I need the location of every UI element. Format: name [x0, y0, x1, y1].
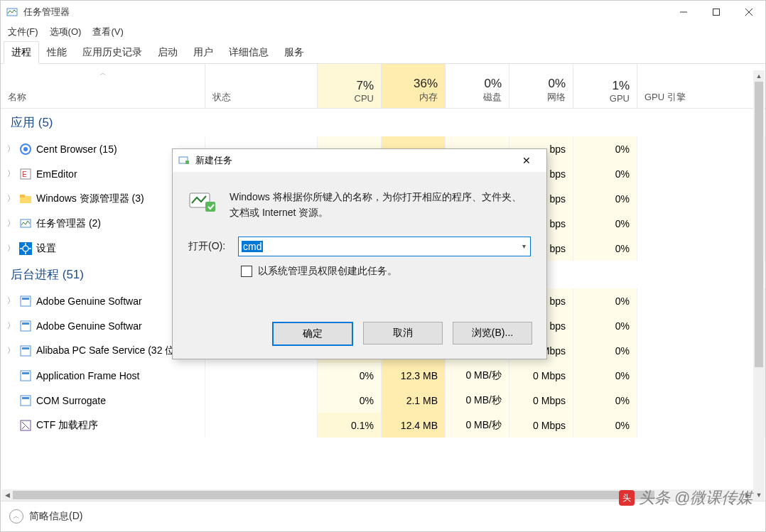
- col-disk[interactable]: 0%磁盘: [446, 64, 509, 108]
- col-memory[interactable]: 36%内存: [382, 64, 446, 108]
- col-cpu[interactable]: 7%CPU: [318, 64, 382, 108]
- expand-icon[interactable]: 〉: [6, 345, 15, 356]
- run-dialog-icon: [178, 155, 190, 166]
- minimize-button[interactable]: [667, 1, 700, 23]
- cancel-button[interactable]: 取消: [363, 322, 443, 344]
- menu-file[interactable]: 文件(F): [6, 24, 40, 40]
- cell-gpu: 0%: [573, 413, 637, 438]
- footer-label[interactable]: 简略信息(D): [29, 510, 82, 523]
- dialog-titlebar: 新建任务 ✕: [173, 149, 546, 172]
- process-icon: [19, 320, 32, 332]
- tab-app-history[interactable]: 应用历史记录: [75, 41, 150, 64]
- dialog-title: 新建任务: [195, 154, 512, 167]
- dialog-message: Windows 将根据你所键入的名称，为你打开相应的程序、文件夹、文档或 Int…: [230, 189, 531, 221]
- col-gpu[interactable]: 1%GPU: [573, 64, 637, 108]
- tab-details[interactable]: 详细信息: [221, 41, 276, 64]
- process-icon: [19, 217, 32, 230]
- svg-rect-10: [20, 195, 25, 197]
- cell-gpu-engine: [637, 211, 765, 236]
- tabbar: 进程 性能 应用历史记录 启动 用户 详细信息 服务: [1, 40, 765, 64]
- expand-icon[interactable]: 〉: [6, 243, 15, 254]
- tab-services[interactable]: 服务: [276, 41, 312, 64]
- process-icon: [19, 369, 32, 382]
- scroll-left-icon[interactable]: ◀: [1, 492, 13, 499]
- cell-memory: 12.4 MB: [382, 413, 446, 438]
- process-icon: [19, 419, 32, 432]
- process-row[interactable]: 〉Application Frame Host0%12.3 MB0 MB/秒0 …: [1, 363, 765, 388]
- tab-users[interactable]: 用户: [185, 41, 221, 64]
- scroll-up-icon[interactable]: ▲: [753, 70, 765, 82]
- svg-rect-25: [22, 372, 29, 374]
- sort-indicator-icon: ︿: [99, 68, 107, 78]
- col-name[interactable]: ︿ 名称: [1, 64, 205, 108]
- cell-cpu: 0.1%: [318, 413, 382, 438]
- vertical-scrollbar[interactable]: ▲ ▼: [753, 70, 765, 501]
- process-name: Windows 资源管理器 (3): [36, 192, 144, 205]
- process-icon: [19, 344, 32, 357]
- admin-check-label: 以系统管理员权限创建此任务。: [258, 265, 397, 278]
- expand-icon[interactable]: 〉: [6, 218, 15, 229]
- expand-icon[interactable]: 〉: [6, 295, 15, 306]
- admin-checkbox[interactable]: [241, 266, 252, 277]
- process-icon: [19, 394, 32, 407]
- cell-gpu-engine: [637, 363, 765, 388]
- collapse-icon[interactable]: ︿: [9, 509, 23, 523]
- svg-rect-21: [22, 322, 29, 325]
- svg-text:E: E: [22, 170, 27, 178]
- cell-gpu: 0%: [573, 161, 637, 186]
- svg-rect-19: [22, 298, 29, 300]
- cell-cpu: 0%: [318, 363, 382, 388]
- scroll-thumb-h[interactable]: [13, 491, 654, 499]
- cell-gpu: 0%: [573, 388, 637, 413]
- expand-icon[interactable]: 〉: [6, 168, 15, 179]
- ok-button[interactable]: 确定: [272, 322, 353, 346]
- process-row[interactable]: 〉COM Surrogate0%2.1 MB0 MB/秒0 Mbps0%: [1, 388, 765, 413]
- tab-performance[interactable]: 性能: [39, 41, 75, 64]
- process-name: COM Surrogate: [36, 395, 106, 406]
- menu-view[interactable]: 查看(V): [91, 24, 124, 40]
- svg-rect-23: [22, 347, 29, 349]
- cell-gpu-engine: [637, 338, 765, 363]
- cell-cpu: 0%: [318, 388, 382, 413]
- new-task-dialog: 新建任务 ✕ Windows 将根据你所键入的名称，为你打开相应的程序、文件夹、…: [172, 148, 547, 359]
- expand-icon[interactable]: 〉: [6, 320, 15, 331]
- run-icon: [188, 189, 217, 215]
- cell-status: [205, 388, 318, 413]
- process-name: Adobe Genuine Softwar: [36, 295, 142, 307]
- browse-button[interactable]: 浏览(B)...: [453, 322, 532, 344]
- cell-gpu: 0%: [573, 136, 637, 161]
- cell-status: [205, 363, 318, 388]
- col-status[interactable]: 状态: [205, 64, 318, 108]
- dialog-buttons: 确定 取消 浏览(B)...: [173, 313, 546, 359]
- col-network[interactable]: 0%网络: [509, 64, 573, 108]
- expand-icon[interactable]: 〉: [6, 143, 15, 154]
- maximize-button[interactable]: [700, 1, 733, 23]
- open-combobox[interactable]: cmd ▾: [238, 237, 531, 256]
- cell-gpu: 0%: [573, 211, 637, 236]
- cell-disk: 0 MB/秒: [446, 388, 509, 413]
- menu-options[interactable]: 选项(O): [48, 24, 83, 40]
- cell-gpu: 0%: [573, 288, 637, 313]
- process-name: Adobe Genuine Softwar: [36, 320, 142, 332]
- process-name: EmEditor: [36, 168, 77, 180]
- process-name: Cent Browser (15): [36, 143, 117, 155]
- dropdown-icon[interactable]: ▾: [522, 242, 526, 250]
- cell-disk: 0 MB/秒: [446, 413, 509, 438]
- process-name: 设置: [36, 242, 56, 255]
- col-gpu-engine[interactable]: GPU 引擎: [637, 64, 765, 108]
- tab-processes[interactable]: 进程: [4, 41, 39, 64]
- process-row[interactable]: 〉CTF 加载程序0.1%12.4 MB0 MB/秒0 Mbps0%: [1, 413, 765, 438]
- cell-status: [205, 413, 318, 438]
- dialog-close-button[interactable]: ✕: [512, 155, 541, 166]
- scroll-thumb[interactable]: [755, 82, 763, 367]
- expand-icon[interactable]: 〉: [6, 193, 15, 204]
- cell-gpu-engine: [637, 413, 765, 438]
- cell-disk: 0 MB/秒: [446, 363, 509, 388]
- close-button[interactable]: [733, 1, 765, 23]
- scroll-down-icon[interactable]: ▼: [753, 489, 765, 501]
- process-icon: [19, 295, 32, 308]
- cell-gpu: 0%: [573, 313, 637, 338]
- svg-rect-30: [185, 161, 189, 164]
- cell-memory: 12.3 MB: [382, 363, 446, 388]
- tab-startup[interactable]: 启动: [150, 41, 185, 64]
